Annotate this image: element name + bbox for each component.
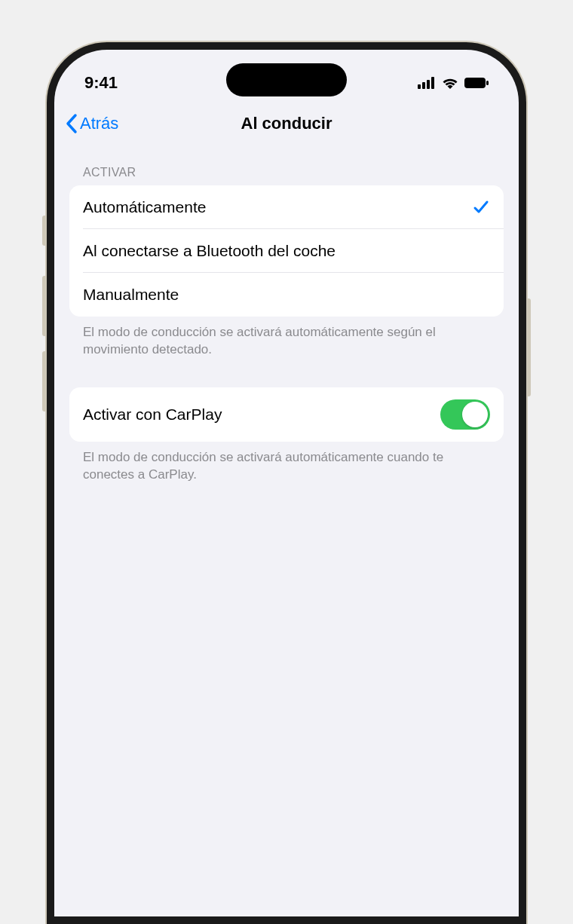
activate-options-group: Automáticamente Al conectarse a Bluetoot… xyxy=(69,185,504,317)
dynamic-island xyxy=(226,63,347,96)
screen: 9:41 xyxy=(54,50,519,916)
content: ACTIVAR Automáticamente Al conectarse a … xyxy=(54,145,519,484)
chevron-left-icon xyxy=(65,113,78,134)
option-bluetooth[interactable]: Al conectarse a Bluetooth del coche xyxy=(69,229,504,273)
phone-side-button-right xyxy=(526,298,531,396)
svg-rect-3 xyxy=(431,77,434,89)
svg-rect-5 xyxy=(486,81,489,85)
status-icons xyxy=(398,77,489,89)
option-label: Manualmente xyxy=(83,286,179,304)
svg-rect-0 xyxy=(418,84,421,89)
option-label: Automáticamente xyxy=(83,198,206,216)
svg-rect-2 xyxy=(427,80,430,89)
back-button[interactable]: Atrás xyxy=(65,113,118,134)
section-header-activate: ACTIVAR xyxy=(69,145,504,185)
svg-rect-4 xyxy=(464,78,486,88)
phone-side-buttons-left xyxy=(42,216,47,427)
status-time: 9:41 xyxy=(84,73,175,93)
carplay-label: Activar con CarPlay xyxy=(83,405,222,424)
option-manually[interactable]: Manualmente xyxy=(69,273,504,317)
activate-footer: El modo de conducción se activará automá… xyxy=(69,317,504,359)
checkmark-icon xyxy=(472,198,490,216)
carplay-toggle[interactable] xyxy=(440,399,490,430)
wifi-icon xyxy=(442,77,458,89)
carplay-footer: El modo de conducción se activará automá… xyxy=(69,442,504,484)
phone-frame: 9:41 xyxy=(47,42,526,924)
option-automatically[interactable]: Automáticamente xyxy=(69,185,504,229)
cellular-icon xyxy=(418,77,436,89)
option-label: Al conectarse a Bluetooth del coche xyxy=(83,242,336,260)
back-label: Atrás xyxy=(80,114,118,133)
svg-rect-1 xyxy=(422,82,425,89)
battery-icon xyxy=(464,77,489,89)
carplay-row[interactable]: Activar con CarPlay xyxy=(69,387,504,442)
toggle-knob xyxy=(462,402,488,427)
carplay-group: Activar con CarPlay xyxy=(69,387,504,442)
nav-bar: Atrás Al conducir xyxy=(54,102,519,145)
page-title: Al conducir xyxy=(241,114,332,133)
